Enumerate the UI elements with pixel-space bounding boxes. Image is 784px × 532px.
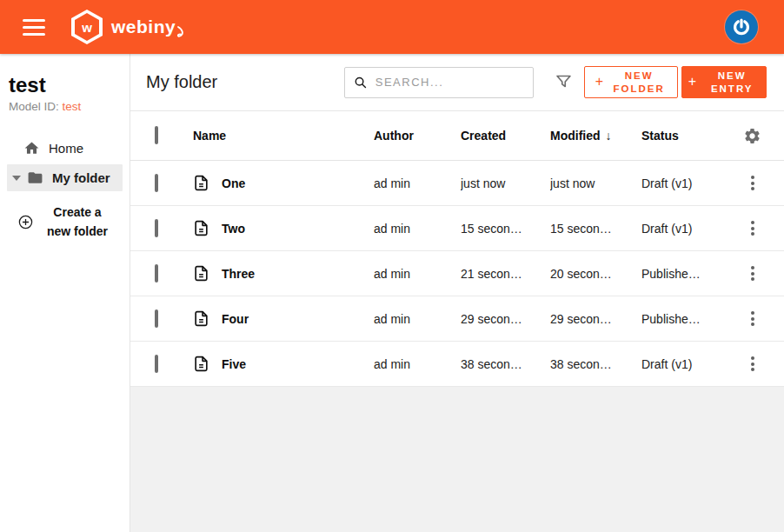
table-row[interactable]: Four ad min 29 secon… 29 secon… Publishe… bbox=[130, 296, 784, 342]
row-menu-kebab-icon[interactable] bbox=[742, 216, 763, 241]
table-row[interactable]: Two ad min 15 secon… 15 secon… Draft (v1… bbox=[130, 206, 784, 251]
folder-toolbar: My folder + NEW FOLDER + NEW ENTRY bbox=[130, 54, 784, 111]
create-new-folder-button[interactable]: Create a new folder bbox=[0, 193, 130, 241]
column-header-modified[interactable]: Modified↓ bbox=[550, 129, 641, 143]
select-all-checkbox[interactable] bbox=[155, 126, 158, 144]
logo-letter: w bbox=[82, 20, 92, 35]
row-checkbox[interactable] bbox=[155, 309, 158, 328]
column-header-author[interactable]: Author bbox=[374, 129, 461, 143]
entry-modified: just now bbox=[550, 176, 641, 190]
brand-curl-icon bbox=[176, 26, 186, 39]
entry-status: Draft (v1) bbox=[641, 357, 739, 371]
search-box bbox=[344, 67, 534, 98]
empty-area bbox=[130, 387, 784, 532]
new-entry-button[interactable]: + NEW ENTRY bbox=[681, 66, 767, 98]
create-folder-label: Create a new folder bbox=[40, 203, 115, 241]
top-header-bar: w webiny bbox=[0, 0, 784, 54]
entry-created: 21 secon… bbox=[461, 267, 550, 281]
sidebar-item-label: Home bbox=[49, 141, 83, 156]
entry-created: 29 secon… bbox=[461, 312, 550, 326]
row-menu-kebab-icon[interactable] bbox=[742, 261, 763, 286]
sidebar-item-home[interactable]: Home bbox=[0, 134, 130, 163]
entry-modified: 15 secon… bbox=[550, 222, 641, 236]
entries-table: Name Author Created Modified↓ Status bbox=[130, 111, 784, 387]
entry-name: Two bbox=[222, 222, 245, 236]
row-checkbox[interactable] bbox=[155, 219, 158, 237]
sidebar-item-label: My folder bbox=[52, 170, 110, 185]
row-checkbox[interactable] bbox=[155, 264, 158, 283]
webiny-logo[interactable]: w webiny bbox=[71, 10, 186, 44]
entry-name: One bbox=[222, 176, 245, 190]
entry-status: Publishe… bbox=[641, 267, 739, 281]
search-icon bbox=[354, 75, 368, 90]
entry-created: 38 secon… bbox=[461, 357, 550, 371]
model-title: test bbox=[9, 73, 130, 97]
table-row[interactable]: One ad min just now just now Draft (v1) bbox=[130, 161, 784, 206]
folder-icon bbox=[27, 170, 43, 186]
main-panel: My folder + NEW FOLDER + NEW ENTRY bbox=[130, 54, 784, 532]
user-avatar-button[interactable] bbox=[725, 10, 758, 43]
chevron-down-icon[interactable] bbox=[12, 176, 21, 181]
entry-created: 15 secon… bbox=[461, 222, 550, 236]
model-id-label: Model ID: bbox=[9, 100, 59, 113]
folder-tree: Home My folder Create a new folder bbox=[0, 134, 130, 241]
entry-modified: 20 secon… bbox=[550, 267, 641, 281]
row-menu-kebab-icon[interactable] bbox=[742, 306, 763, 331]
column-header-status[interactable]: Status bbox=[641, 129, 739, 143]
entry-modified: 29 secon… bbox=[550, 312, 641, 326]
sort-descending-icon: ↓ bbox=[606, 129, 612, 143]
entry-name: Three bbox=[222, 267, 255, 281]
model-id-line: Model ID: test bbox=[9, 100, 130, 113]
table-row[interactable]: Three ad min 21 secon… 20 secon… Publish… bbox=[130, 251, 784, 296]
model-id-value: test bbox=[63, 100, 82, 113]
table-header-row: Name Author Created Modified↓ Status bbox=[130, 111, 784, 161]
document-icon bbox=[193, 175, 209, 191]
webiny-hexagon-icon: w bbox=[71, 10, 103, 44]
table-settings-gear-icon[interactable] bbox=[742, 127, 761, 145]
plus-icon: + bbox=[595, 73, 603, 91]
row-menu-kebab-icon[interactable] bbox=[742, 351, 763, 376]
column-header-name[interactable]: Name bbox=[193, 129, 374, 143]
entry-modified: 38 secon… bbox=[550, 357, 641, 371]
new-folder-label: NEW FOLDER bbox=[611, 70, 667, 96]
document-icon bbox=[193, 310, 209, 327]
entry-author: ad min bbox=[374, 222, 461, 236]
table-row[interactable]: Five ad min 38 secon… 38 secon… Draft (v… bbox=[130, 342, 784, 387]
page-title: My folder bbox=[146, 72, 217, 92]
document-icon bbox=[193, 265, 209, 282]
entry-name: Five bbox=[222, 357, 246, 371]
plus-circle-icon bbox=[17, 214, 34, 230]
entry-status: Draft (v1) bbox=[641, 222, 739, 236]
entry-created: just now bbox=[461, 176, 550, 190]
entry-status: Draft (v1) bbox=[641, 176, 739, 190]
sidebar: test Model ID: test Home My folder bbox=[0, 54, 130, 532]
column-header-created[interactable]: Created bbox=[461, 129, 550, 143]
webiny-app-window: w webiny test Model ID: test bbox=[0, 0, 784, 532]
entry-status: Publishe… bbox=[641, 312, 739, 326]
hamburger-menu-icon[interactable] bbox=[23, 19, 45, 36]
power-swirl-icon bbox=[731, 17, 752, 37]
entry-author: ad min bbox=[374, 312, 461, 326]
row-checkbox[interactable] bbox=[155, 174, 158, 192]
search-input[interactable] bbox=[375, 76, 524, 89]
plus-icon: + bbox=[688, 73, 696, 91]
brand-name: webiny bbox=[111, 17, 176, 37]
new-folder-button[interactable]: + NEW FOLDER bbox=[584, 66, 678, 98]
entry-name: Four bbox=[222, 312, 249, 326]
new-entry-label: NEW ENTRY bbox=[704, 70, 760, 96]
sidebar-item-my-folder[interactable]: My folder bbox=[7, 164, 123, 191]
row-checkbox[interactable] bbox=[155, 355, 158, 373]
entry-author: ad min bbox=[374, 357, 461, 371]
home-icon bbox=[23, 140, 40, 156]
row-menu-kebab-icon[interactable] bbox=[742, 170, 763, 196]
filter-icon[interactable] bbox=[555, 73, 573, 91]
entry-author: ad min bbox=[374, 267, 461, 281]
entry-author: ad min bbox=[374, 176, 461, 190]
document-icon bbox=[193, 220, 209, 236]
document-icon bbox=[193, 356, 209, 372]
